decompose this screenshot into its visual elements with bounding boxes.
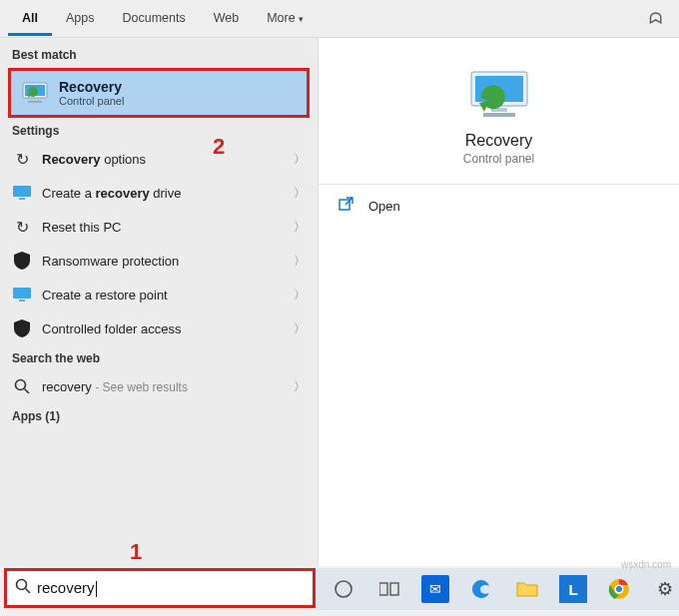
svg-rect-4 — [13, 186, 31, 197]
results-pane: Best match Recovery Control panel Settin… — [0, 38, 318, 566]
open-icon — [339, 197, 356, 216]
settings-item-reset-pc[interactable]: ↻ Reset this PC 〉 — [0, 210, 318, 244]
svg-point-8 — [16, 380, 26, 390]
tab-web[interactable]: Web — [200, 1, 253, 36]
recovery-icon-large — [467, 70, 531, 122]
search-icon — [12, 376, 32, 396]
chevron-right-icon: 〉 — [294, 185, 306, 202]
chevron-right-icon: 〉 — [294, 219, 306, 236]
best-match-result[interactable]: Recovery Control panel — [8, 68, 310, 118]
tab-apps[interactable]: Apps — [52, 1, 109, 36]
section-search-web: Search the web — [0, 345, 318, 369]
sync-icon: ↻ — [12, 149, 32, 169]
monitor-icon — [12, 183, 32, 203]
svg-rect-14 — [340, 200, 349, 210]
svg-rect-19 — [390, 583, 398, 595]
chrome-icon[interactable] — [605, 575, 633, 603]
tab-all[interactable]: All — [8, 1, 52, 36]
svg-rect-13 — [483, 113, 515, 117]
chevron-right-icon: 〉 — [294, 320, 306, 337]
search-value: recovery — [37, 579, 97, 597]
svg-line-9 — [25, 389, 30, 394]
svg-point-22 — [616, 586, 622, 592]
tab-more[interactable]: More▾ — [253, 1, 317, 36]
svg-point-15 — [17, 580, 27, 590]
mail-icon[interactable]: ✉ — [421, 575, 449, 603]
best-match-subtitle: Control panel — [59, 95, 124, 107]
sync-icon: ↻ — [12, 217, 32, 237]
search-scope-tabs: All Apps Documents Web More▾ ᗣ — [0, 0, 679, 38]
svg-rect-3 — [28, 101, 42, 103]
settings-item-restore-point[interactable]: Create a restore point 〉 — [0, 278, 318, 311]
svg-rect-7 — [19, 300, 25, 302]
watermark: wsxdn.com — [621, 559, 671, 570]
settings-item-controlled-folder[interactable]: Controlled folder access 〉 — [0, 311, 318, 345]
section-settings: Settings — [0, 118, 318, 142]
section-best-match: Best match — [0, 42, 318, 66]
search-input[interactable]: recovery — [4, 568, 316, 608]
preview-pane: Recovery Control panel Open — [318, 38, 679, 566]
section-apps-count: Apps (1) — [0, 403, 318, 427]
svg-rect-18 — [379, 583, 387, 595]
chevron-down-icon: ▾ — [299, 14, 304, 24]
bottom-bar: recovery ✉ L ⚙ — [0, 566, 679, 616]
edge-icon[interactable] — [467, 575, 495, 603]
settings-item-create-recovery-drive[interactable]: Create a recovery drive 〉 — [0, 176, 318, 210]
task-view-icon[interactable] — [375, 575, 403, 603]
svg-rect-2 — [31, 99, 39, 101]
chevron-right-icon: 〉 — [294, 378, 306, 395]
settings-item-recovery-options[interactable]: ↻ Recovery options 〉 — [0, 142, 318, 176]
file-explorer-icon[interactable] — [513, 575, 541, 603]
svg-line-16 — [26, 589, 31, 594]
shield-icon — [12, 318, 32, 338]
settings-icon[interactable]: ⚙ — [651, 575, 679, 603]
best-match-title: Recovery — [59, 79, 124, 95]
taskbar: ✉ L ⚙ — [316, 568, 679, 610]
app-l-icon[interactable]: L — [559, 575, 587, 603]
tab-documents[interactable]: Documents — [108, 1, 199, 36]
chevron-right-icon: 〉 — [294, 151, 306, 168]
preview-subtitle: Control panel — [337, 152, 661, 166]
chevron-right-icon: 〉 — [294, 253, 306, 270]
open-label: Open — [368, 199, 400, 214]
open-action[interactable]: Open — [337, 185, 661, 216]
settings-item-ransomware[interactable]: Ransomware protection 〉 — [0, 244, 318, 278]
svg-rect-6 — [13, 288, 31, 299]
web-result[interactable]: recovery - See web results 〉 — [0, 369, 318, 403]
chevron-right-icon: 〉 — [294, 287, 306, 304]
recovery-icon — [21, 79, 49, 107]
cortana-icon[interactable] — [330, 575, 357, 603]
svg-point-17 — [336, 581, 351, 597]
svg-rect-5 — [19, 198, 25, 200]
shield-icon — [12, 251, 32, 271]
preview-title: Recovery — [337, 132, 661, 150]
feedback-icon[interactable]: ᗣ — [639, 10, 671, 28]
monitor-icon — [12, 285, 32, 305]
search-icon — [15, 578, 31, 598]
